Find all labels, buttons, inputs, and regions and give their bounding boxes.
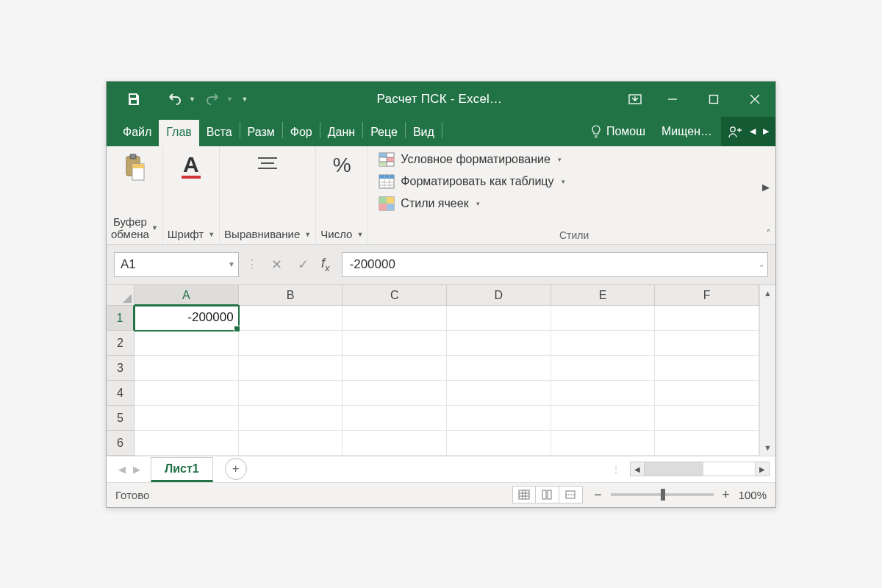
row-header-2[interactable]: 2 <box>107 331 135 356</box>
conditional-formatting-button[interactable]: Условное форматирование▾ <box>379 151 770 168</box>
cell-e1[interactable] <box>551 306 656 331</box>
cell-e3[interactable] <box>551 356 656 381</box>
select-all-corner[interactable] <box>107 285 135 306</box>
undo-button[interactable] <box>162 87 187 112</box>
tab-file[interactable]: Файл <box>115 120 159 146</box>
cell-d5[interactable] <box>447 406 551 431</box>
alignment-button[interactable] <box>248 151 287 176</box>
cell-b4[interactable] <box>239 381 343 406</box>
ribbon-display-options-button[interactable] <box>618 82 652 117</box>
close-button[interactable] <box>734 82 775 117</box>
cell-styles-button[interactable]: Стили ячеек▾ <box>379 195 770 212</box>
cell-d2[interactable] <box>447 331 551 356</box>
cell-a3[interactable] <box>135 356 239 381</box>
h-scroll-thumb[interactable] <box>645 462 703 476</box>
cell-b2[interactable] <box>239 331 343 356</box>
col-header-a[interactable]: A <box>135 285 239 306</box>
cell-d3[interactable] <box>447 356 551 381</box>
row-header-6[interactable]: 6 <box>107 431 135 456</box>
formula-bar-resizer[interactable]: ⋮ <box>246 257 257 271</box>
cell-c4[interactable] <box>343 381 447 406</box>
redo-dropdown-icon[interactable]: ▼ <box>226 96 233 103</box>
horizontal-scrollbar[interactable]: ◀ ▶ <box>630 462 770 476</box>
font-button[interactable]: A <box>174 151 208 182</box>
page-layout-view-button[interactable] <box>536 486 559 503</box>
cell-e5[interactable] <box>551 406 656 431</box>
sheet-nav-next[interactable]: ▶ <box>133 464 140 475</box>
add-sheet-button[interactable]: + <box>225 458 247 480</box>
zoom-value[interactable]: 100% <box>739 489 767 501</box>
name-box[interactable]: A1 ▼ <box>114 252 239 277</box>
share-scroll-left[interactable]: ◀ <box>746 121 759 143</box>
tab-data[interactable]: Данн <box>320 120 362 146</box>
enter-formula-button[interactable]: ✓ <box>290 252 315 277</box>
cell-f5[interactable] <box>655 406 759 431</box>
formula-input[interactable]: -200000 ⌄ <box>342 252 768 277</box>
zoom-slider-thumb[interactable] <box>661 489 665 501</box>
cell-c1[interactable] <box>343 306 447 331</box>
scroll-up-button[interactable]: ▲ <box>760 285 775 301</box>
maximize-button[interactable] <box>693 82 734 117</box>
vertical-scrollbar[interactable]: ▲ ▼ <box>759 285 775 456</box>
cell-a5[interactable] <box>135 406 239 431</box>
cell-d6[interactable] <box>447 431 551 456</box>
undo-dropdown-icon[interactable]: ▼ <box>189 96 196 103</box>
save-button[interactable] <box>121 87 146 112</box>
redo-button[interactable] <box>200 87 225 112</box>
cell-d1[interactable] <box>447 306 551 331</box>
scroll-down-button[interactable]: ▼ <box>760 440 775 456</box>
scroll-left-button[interactable]: ◀ <box>630 462 645 476</box>
expand-formula-bar[interactable]: ⌄ <box>759 260 764 268</box>
cell-c3[interactable] <box>343 356 447 381</box>
col-header-f[interactable]: F <box>655 285 759 306</box>
cell-a6[interactable] <box>135 431 239 456</box>
row-header-5[interactable]: 5 <box>107 406 135 431</box>
cell-a2[interactable] <box>135 331 239 356</box>
cell-e6[interactable] <box>551 431 656 456</box>
cell-f4[interactable] <box>655 381 759 406</box>
tab-insert[interactable]: Вста <box>199 120 240 146</box>
cell-a1[interactable]: -200000 <box>135 306 239 331</box>
cell-f1[interactable] <box>655 306 759 331</box>
normal-view-button[interactable] <box>512 486 536 503</box>
tab-review[interactable]: Реце <box>363 120 405 146</box>
tab-page-layout[interactable]: Разм <box>240 120 282 146</box>
cell-b3[interactable] <box>239 356 343 381</box>
col-header-b[interactable]: B <box>239 285 343 306</box>
cell-a4[interactable] <box>135 381 239 406</box>
cell-b1[interactable] <box>239 306 343 331</box>
col-header-c[interactable]: C <box>343 285 447 306</box>
ribbon-scroll-right[interactable]: ▶ <box>759 179 772 196</box>
sheet-nav-prev[interactable]: ◀ <box>118 464 126 475</box>
col-header-e[interactable]: E <box>551 285 656 306</box>
share-button[interactable] <box>724 121 746 143</box>
tab-view[interactable]: Вид <box>406 120 442 146</box>
page-break-view-button[interactable] <box>559 486 583 503</box>
cell-c6[interactable] <box>343 431 447 456</box>
cell-f6[interactable] <box>655 431 759 456</box>
sheet-bar-splitter[interactable]: ⋮ <box>606 463 625 475</box>
minimize-button[interactable] <box>652 82 693 117</box>
cell-b6[interactable] <box>239 431 343 456</box>
col-header-d[interactable]: D <box>447 285 551 306</box>
cell-f2[interactable] <box>655 331 759 356</box>
sheet-tab-active[interactable]: Лист1 <box>151 457 213 482</box>
format-as-table-button[interactable]: Форматировать как таблицу▾ <box>379 173 770 190</box>
row-header-3[interactable]: 3 <box>107 356 135 381</box>
zoom-in-button[interactable]: + <box>720 487 733 503</box>
scroll-right-button[interactable]: ▶ <box>755 462 770 476</box>
number-format-button[interactable]: % <box>326 151 359 180</box>
cell-e2[interactable] <box>551 331 656 356</box>
qat-customize-button[interactable]: ▼ <box>237 87 252 112</box>
share-scroll-right[interactable]: ▶ <box>759 121 772 143</box>
zoom-slider[interactable] <box>611 493 714 496</box>
zoom-out-button[interactable]: − <box>592 487 605 503</box>
row-header-4[interactable]: 4 <box>107 381 135 406</box>
insert-function-button[interactable]: fx <box>317 256 334 273</box>
name-box-dropdown[interactable]: ▼ <box>228 260 235 268</box>
cell-c2[interactable] <box>343 331 447 356</box>
cell-b5[interactable] <box>239 406 343 431</box>
cancel-formula-button[interactable]: ✕ <box>264 252 289 277</box>
cell-e4[interactable] <box>551 381 656 406</box>
tab-home[interactable]: Глав <box>159 120 199 146</box>
